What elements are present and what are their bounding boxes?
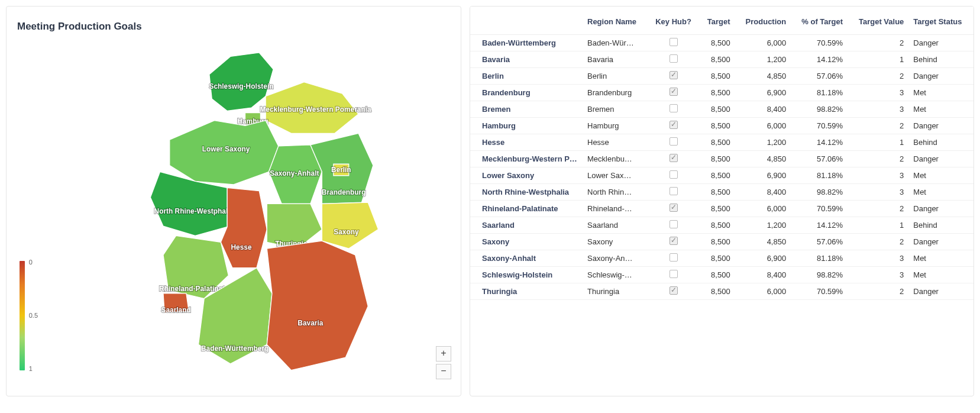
- row-target: 8,500: [698, 267, 735, 283]
- row-region: Rhineland-…: [583, 201, 648, 217]
- row-tval: 2: [848, 118, 908, 134]
- col-rowlabel[interactable]: [470, 7, 583, 35]
- label-bw: Baden-Württemberg: [201, 344, 269, 353]
- row-name: Hesse: [470, 134, 583, 151]
- table-row[interactable]: BerlinBerlin8,5004,85057.06%2Danger: [470, 68, 973, 85]
- legend-gradient: [20, 261, 25, 370]
- row-target: 8,500: [698, 217, 735, 234]
- row-keyhub: [648, 118, 699, 134]
- state-bavaria[interactable]: [267, 241, 368, 370]
- row-status: Danger: [908, 68, 973, 85]
- row-region: Schleswig-…: [583, 267, 648, 283]
- map-area[interactable]: Schleswig-Holstein Mecklenburg-Western P…: [7, 37, 461, 396]
- row-target: 8,500: [698, 101, 735, 118]
- label-saxony: Saxony: [334, 228, 359, 236]
- row-target: 8,500: [698, 35, 735, 51]
- label-schleswig-holstein: Schleswig-Holstein: [209, 82, 273, 91]
- table-row[interactable]: Mecklenburg-Western Po…Mecklenbu…8,5004,…: [470, 151, 973, 167]
- label-saarland: Saarland: [161, 306, 190, 314]
- row-keyhub: [648, 201, 699, 217]
- row-target: 8,500: [698, 118, 735, 134]
- row-name: Lower Saxony: [470, 167, 583, 184]
- row-region: Saxony: [583, 234, 648, 250]
- label-berlin: Berlin: [331, 166, 351, 174]
- row-status: Behind: [908, 51, 973, 68]
- table-row[interactable]: SaarlandSaarland8,5001,20014.12%1Behind: [470, 217, 973, 234]
- table-row[interactable]: Rhineland-PalatinateRhineland-…8,5006,00…: [470, 201, 973, 217]
- col-pct[interactable]: % of Target: [791, 7, 848, 35]
- row-tval: 2: [848, 234, 908, 250]
- row-target: 8,500: [698, 151, 735, 167]
- row-pct: 98.82%: [791, 267, 848, 283]
- row-keyhub: [648, 250, 699, 267]
- row-keyhub: [648, 151, 699, 167]
- checkbox-icon: [669, 88, 678, 96]
- row-name: North Rhine-Westphalia: [470, 184, 583, 201]
- col-region[interactable]: Region Name: [583, 7, 648, 35]
- checkbox-icon: [669, 286, 678, 295]
- row-production: 6,900: [735, 250, 791, 267]
- checkbox-icon: [669, 187, 678, 195]
- row-region: Baden-Wür…: [583, 35, 648, 51]
- checkbox-icon: [669, 38, 678, 46]
- table-row[interactable]: North Rhine-WestphaliaNorth Rhin…8,5008,…: [470, 184, 973, 201]
- label-mecklenburg: Mecklenburg-Western Pomerania: [260, 105, 371, 114]
- row-region: Hesse: [583, 134, 648, 151]
- row-name: Saxony: [470, 234, 583, 250]
- row-tval: 3: [848, 167, 908, 184]
- col-status[interactable]: Target Status: [908, 7, 973, 35]
- table-row[interactable]: Saxony-AnhaltSaxony-An…8,5006,90081.18%3…: [470, 250, 973, 267]
- row-pct: 14.12%: [791, 134, 848, 151]
- label-hesse: Hesse: [231, 243, 251, 251]
- table-row[interactable]: Schleswig-HolsteinSchleswig-…8,5008,4009…: [470, 267, 973, 283]
- col-keyhub[interactable]: Key Hub?: [648, 7, 699, 35]
- legend-top: 0: [29, 259, 33, 266]
- col-target[interactable]: Target: [698, 7, 735, 35]
- state-saxony[interactable]: [322, 202, 378, 249]
- row-status: Danger: [908, 201, 973, 217]
- row-tval: 3: [848, 267, 908, 283]
- zoom-in-button[interactable]: +: [436, 346, 451, 362]
- row-target: 8,500: [698, 201, 735, 217]
- col-tval[interactable]: Target Value: [848, 7, 908, 35]
- zoom-out-button[interactable]: −: [436, 364, 451, 379]
- germany-map[interactable]: Schleswig-Holstein Mecklenburg-Western P…: [7, 37, 461, 396]
- row-region: Berlin: [583, 68, 648, 85]
- checkbox-icon: [669, 154, 678, 162]
- row-production: 4,850: [735, 151, 791, 167]
- row-status: Danger: [908, 234, 973, 250]
- table-row[interactable]: HamburgHamburg8,5006,00070.59%2Danger: [470, 118, 973, 134]
- label-saxony-anhalt: Saxony-Anhalt: [270, 169, 319, 178]
- row-keyhub: [648, 85, 699, 101]
- row-status: Danger: [908, 151, 973, 167]
- row-name: Saxony-Anhalt: [470, 250, 583, 267]
- table-row[interactable]: BremenBremen8,5008,40098.82%3Met: [470, 101, 973, 118]
- row-tval: 2: [848, 283, 908, 300]
- table-body: Baden-WürttembergBaden-Wür…8,5006,00070.…: [470, 35, 973, 300]
- row-region: Saxony-An…: [583, 250, 648, 267]
- row-pct: 57.06%: [791, 68, 848, 85]
- table-row[interactable]: ThuringiaThuringia8,5006,00070.59%2Dange…: [470, 283, 973, 300]
- row-name: Thuringia: [470, 283, 583, 300]
- checkbox-icon: [669, 204, 678, 212]
- row-pct: 98.82%: [791, 184, 848, 201]
- row-status: Met: [908, 184, 973, 201]
- legend-labels: 0 0.5 1: [25, 261, 41, 373]
- table-row[interactable]: Baden-WürttembergBaden-Wür…8,5006,00070.…: [470, 35, 973, 51]
- legend-mid: 0.5: [29, 312, 38, 319]
- row-tval: 2: [848, 68, 908, 85]
- row-pct: 14.12%: [791, 51, 848, 68]
- state-hesse[interactable]: [221, 188, 267, 267]
- row-keyhub: [648, 234, 699, 250]
- row-status: Met: [908, 267, 973, 283]
- row-pct: 14.12%: [791, 217, 848, 234]
- table-row[interactable]: BavariaBavaria8,5001,20014.12%1Behind: [470, 51, 973, 68]
- table-row[interactable]: HesseHesse8,5001,20014.12%1Behind: [470, 134, 973, 151]
- table-row[interactable]: Lower SaxonyLower Sax…8,5006,90081.18%3M…: [470, 167, 973, 184]
- table-row[interactable]: BrandenburgBrandenburg8,5006,90081.18%3M…: [470, 85, 973, 101]
- row-keyhub: [648, 68, 699, 85]
- col-production[interactable]: Production: [735, 7, 791, 35]
- row-target: 8,500: [698, 68, 735, 85]
- zoom-controls: + −: [436, 346, 451, 379]
- table-row[interactable]: SaxonySaxony8,5004,85057.06%2Danger: [470, 234, 973, 250]
